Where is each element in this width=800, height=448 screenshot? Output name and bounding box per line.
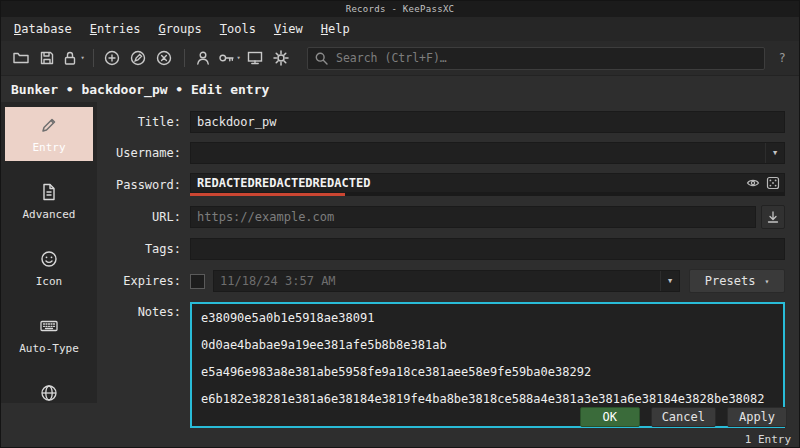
url-row: URL:: [105, 205, 785, 229]
presets-label: Presets: [705, 274, 756, 288]
help-indicator: ?: [775, 51, 789, 65]
save-database-button[interactable]: [35, 46, 59, 70]
sidebar-item-label: Icon: [36, 275, 63, 288]
password-generator-button[interactable]: [764, 174, 782, 192]
download-icon: [766, 210, 780, 224]
menu-database[interactable]: Database: [5, 17, 81, 41]
chevron-down-icon: ▾: [764, 277, 769, 286]
password-input[interactable]: [191, 176, 744, 190]
eye-icon: [746, 176, 760, 190]
copy-username-icon: [194, 49, 212, 67]
sidebar-item-label: Advanced: [23, 208, 76, 221]
sidebar-item-entry[interactable]: Entry: [5, 107, 93, 161]
sidebar-item-advanced[interactable]: Advanced: [5, 174, 93, 228]
dice-icon: [766, 176, 780, 190]
perform-autotype-icon: [246, 49, 264, 67]
sidebar-item-icon[interactable]: Icon: [5, 241, 93, 295]
delete-entry-button[interactable]: [152, 46, 176, 70]
password-strength-meter: [190, 193, 785, 196]
presets-button[interactable]: Presets ▾: [689, 269, 785, 293]
dialog-buttons: OK Cancel Apply: [1, 403, 799, 431]
sidebar-item-browser-integration[interactable]: Browser Integration: [5, 375, 93, 403]
settings-gear-icon: [272, 49, 290, 67]
username-dropdown-icon[interactable]: ▼: [765, 143, 784, 163]
expires-row: Expires: 11/18/24 3:57 AM ▼ Presets ▾: [105, 269, 785, 293]
notes-line: e38090e5a0b1e5918ae38091: [201, 311, 774, 325]
titlebar[interactable]: Records - KeePassXC: [1, 1, 799, 17]
menu-help[interactable]: Help: [312, 17, 359, 41]
tags-input[interactable]: [191, 242, 784, 256]
menu-entries[interactable]: Entries: [81, 17, 150, 41]
url-input[interactable]: [191, 210, 755, 224]
search-input[interactable]: [334, 50, 758, 66]
settings-button[interactable]: [269, 46, 293, 70]
toggle-password-visibility-button[interactable]: [744, 174, 762, 192]
breadcrumb-text: Bunker • backdoor_pw • Edit entry: [11, 82, 269, 97]
tags-row: Tags:: [105, 238, 785, 260]
url-label: URL:: [105, 207, 181, 227]
cancel-button[interactable]: Cancel: [651, 407, 716, 427]
open-database-icon: [12, 49, 30, 67]
search-box: [307, 47, 765, 70]
copy-username-button[interactable]: [191, 46, 215, 70]
ok-button[interactable]: OK: [580, 407, 640, 427]
password-row: Password:: [105, 173, 785, 196]
sidebar-item-label: Entry: [32, 141, 65, 154]
sidebar-item-auto-type[interactable]: Auto-Type: [5, 308, 93, 362]
save-database-icon: [38, 49, 56, 67]
globe-icon: [39, 382, 59, 403]
smiley-icon: [39, 248, 59, 270]
title-label: Title:: [105, 112, 181, 132]
sidebar-item-label: Auto-Type: [19, 342, 79, 355]
toolbar-separator: [93, 49, 94, 67]
chevron-down-icon: ▾: [236, 54, 240, 62]
menu-tools[interactable]: Tools: [211, 17, 265, 41]
statusbar: 1 Entry: [1, 431, 799, 447]
delete-entry-icon: [155, 49, 173, 67]
notes-label: Notes:: [105, 302, 181, 322]
expires-date-value[interactable]: 11/18/24 3:57 AM: [214, 274, 660, 288]
entry-count: 1 Entry: [745, 433, 791, 446]
expires-date-combobox: 11/18/24 3:57 AM ▼: [213, 270, 680, 292]
title-row: Title:: [105, 111, 785, 133]
open-database-button[interactable]: [9, 46, 33, 70]
keyboard-icon: [39, 315, 59, 337]
lock-databases-button[interactable]: ▾: [61, 46, 85, 70]
search-icon: [314, 51, 328, 65]
username-label: Username:: [105, 143, 181, 163]
notes-line: e5a496e983a8e381abe5958fe9a18ce381aee58e…: [201, 365, 774, 379]
edit-entry-view: Entry Advanced Icon Auto-Type: [1, 102, 799, 403]
keepassxc-window: Records - KeePassXC Database Entries Gro…: [0, 0, 800, 448]
copy-password-button[interactable]: ▾: [217, 46, 241, 70]
tags-field-wrap: [190, 238, 785, 260]
title-field-wrap: [190, 111, 785, 133]
window-title: Records - KeePassXC: [346, 4, 455, 14]
menu-groups[interactable]: Groups: [149, 17, 210, 41]
download-favicon-button[interactable]: [761, 205, 785, 229]
expires-label: Expires:: [105, 271, 181, 291]
menu-view[interactable]: View: [265, 17, 312, 41]
category-sidebar: Entry Advanced Icon Auto-Type: [1, 102, 97, 403]
expires-dropdown-icon[interactable]: ▼: [660, 271, 679, 291]
edit-entry-button[interactable]: [126, 46, 150, 70]
toolbar: ▾ ▾: [1, 41, 799, 76]
username-row: Username: ▼: [105, 142, 785, 164]
new-entry-button[interactable]: [100, 46, 124, 70]
entry-form: Title: Username: ▼ Password:: [97, 102, 799, 403]
perform-autotype-button[interactable]: [243, 46, 267, 70]
password-field: [190, 173, 785, 193]
apply-button[interactable]: Apply: [727, 407, 787, 427]
notes-line: 0d0ae4babae9a19ee381afe5b8b8e381ab: [201, 338, 774, 352]
lock-icon: [61, 49, 79, 67]
new-entry-icon: [103, 49, 121, 67]
username-input[interactable]: [191, 146, 765, 160]
password-label: Password:: [105, 175, 181, 195]
url-field-wrap: [190, 206, 756, 228]
password-field-wrap: [190, 173, 785, 196]
title-input[interactable]: [191, 115, 784, 129]
copy-password-icon: [217, 49, 235, 67]
username-combobox: ▼: [190, 142, 785, 164]
chevron-down-icon: ▾: [80, 54, 84, 62]
expires-checkbox[interactable]: [190, 274, 205, 289]
edit-entry-icon: [129, 49, 147, 67]
